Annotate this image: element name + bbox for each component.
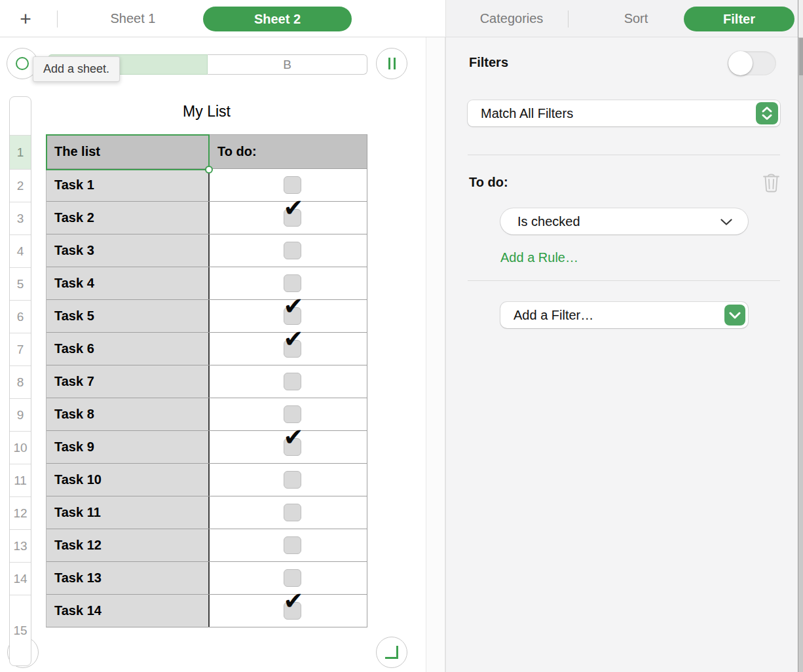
- task-cell[interactable]: Task 10: [47, 464, 208, 496]
- task-cell[interactable]: Task 8: [47, 398, 208, 430]
- task-cell[interactable]: Task 11: [47, 496, 208, 529]
- numbers-window: + Sheet 1 Sheet 2 Categories Sort Filter: [0, 0, 803, 672]
- row-number[interactable]: 10: [10, 431, 31, 464]
- task-cell[interactable]: Task 1: [47, 169, 208, 201]
- match-filters-value: Match All Filters: [481, 106, 573, 121]
- filters-heading: Filters: [469, 55, 508, 70]
- inspector-tab-bar: Categories Sort Filter: [445, 0, 798, 37]
- add-column-handle[interactable]: [376, 48, 407, 79]
- tab-sheet-2[interactable]: Sheet 2: [203, 7, 352, 31]
- task-cell[interactable]: Task 7: [47, 365, 208, 398]
- checkbox[interactable]: ✔: [284, 438, 301, 456]
- checkbox[interactable]: ✔: [284, 602, 301, 620]
- table-row: Task 3 ✔: [47, 234, 367, 267]
- tab-sheet-1[interactable]: Sheet 1: [79, 0, 187, 37]
- table-row: Task 11 ✔: [47, 496, 367, 529]
- task-cell[interactable]: Task 9: [47, 431, 208, 463]
- row-number[interactable]: 15: [10, 595, 31, 665]
- task-cell[interactable]: Task 13: [47, 562, 208, 594]
- todo-table: The list To do: Task 1 ✔ Task 2 ✔ Task 3…: [46, 134, 367, 627]
- checkbox[interactable]: ✔: [284, 242, 301, 259]
- filters-toggle[interactable]: [728, 51, 776, 75]
- row-number[interactable]: 14: [10, 562, 31, 595]
- toggle-knob: [728, 51, 753, 75]
- task-cell[interactable]: Task 14: [47, 595, 208, 627]
- checkbox[interactable]: ✔: [284, 471, 301, 489]
- checkbox[interactable]: ✔: [284, 536, 301, 554]
- table-row: Task 10 ✔: [47, 463, 367, 496]
- tab-sort[interactable]: Sort: [590, 0, 682, 37]
- task-cell[interactable]: Task 2: [47, 202, 208, 234]
- tooltip-text: Add a sheet.: [43, 62, 109, 76]
- add-filter-button[interactable]: Add a Filter…: [500, 302, 748, 328]
- checkbox[interactable]: ✔: [284, 504, 301, 521]
- checkbox[interactable]: ✔: [284, 209, 301, 227]
- task-cell[interactable]: Task 4: [47, 267, 208, 299]
- add-sheet-button[interactable]: +: [12, 5, 39, 33]
- canvas-scrollbar-gutter[interactable]: [426, 37, 445, 672]
- table-row: Task 6 ✔: [47, 332, 367, 365]
- tab-filter[interactable]: Filter: [684, 7, 794, 31]
- checkbox[interactable]: ✔: [284, 307, 301, 325]
- chevron-down-icon: [720, 219, 732, 225]
- scrollbar-thumb[interactable]: [799, 38, 803, 75]
- checkmark-icon: ✔: [284, 589, 304, 613]
- sheet-canvas: B Add a sheet. 1 2 3 4 5 6 7 8 9 10 11 1…: [0, 37, 426, 672]
- task-cell[interactable]: Task 6: [47, 333, 208, 365]
- sheet-2-label: Sheet 2: [254, 12, 301, 27]
- table-title[interactable]: My List: [46, 103, 367, 121]
- task-cell[interactable]: Task 3: [47, 234, 208, 267]
- checkbox[interactable]: ✔: [284, 405, 301, 423]
- row-number[interactable]: 8: [10, 365, 31, 398]
- table-resize-handle[interactable]: [376, 637, 407, 668]
- checkbox[interactable]: ✔: [284, 274, 301, 292]
- add-rule-link[interactable]: Add a Rule…: [500, 250, 578, 265]
- delete-filter-button[interactable]: [762, 172, 780, 195]
- row-number[interactable]: 6: [10, 300, 31, 333]
- row-number[interactable]: 7: [10, 333, 31, 365]
- row-number[interactable]: 1: [10, 135, 31, 169]
- filter-inspector-panel: Filters Match All Filters To do:: [445, 37, 798, 672]
- tab-bar-divider: [57, 10, 58, 28]
- checkbox[interactable]: ✔: [284, 569, 301, 587]
- header-cell-the-list[interactable]: The list: [47, 135, 208, 168]
- checkbox-cell: ✔: [208, 464, 367, 496]
- checkbox[interactable]: ✔: [284, 373, 301, 390]
- table-header-row: The list To do:: [47, 134, 367, 168]
- checkbox[interactable]: ✔: [284, 340, 301, 358]
- selection-fill-handle[interactable]: [205, 166, 213, 174]
- row-number[interactable]: 13: [10, 529, 31, 562]
- sort-label: Sort: [624, 11, 648, 26]
- row-number[interactable]: 3: [10, 202, 31, 234]
- header-cell-to-do[interactable]: To do:: [208, 135, 367, 168]
- table-row: Task 13 ✔: [47, 561, 367, 594]
- table-row: Task 4 ✔: [47, 267, 367, 299]
- table-row: Task 9 ✔: [47, 430, 367, 463]
- checkmark-icon: ✔: [284, 327, 304, 351]
- section-divider: [468, 155, 780, 155]
- checkbox[interactable]: ✔: [284, 176, 301, 194]
- checkbox-cell: ✔: [208, 431, 367, 463]
- column-b-label: B: [283, 58, 291, 72]
- tab-categories[interactable]: Categories: [453, 0, 570, 37]
- checkbox-cell: ✔: [208, 529, 367, 561]
- rule-dropdown[interactable]: Is checked: [500, 208, 748, 234]
- row-number[interactable]: 9: [10, 398, 31, 431]
- rule-value: Is checked: [517, 214, 580, 229]
- match-filters-dropdown[interactable]: Match All Filters: [468, 100, 780, 126]
- categories-label: Categories: [480, 11, 544, 26]
- row-number[interactable]: 5: [10, 267, 31, 300]
- column-header-b[interactable]: B: [208, 54, 367, 75]
- row-number[interactable]: 12: [10, 496, 31, 529]
- table-row: Task 14 ✔: [47, 594, 367, 627]
- task-cell[interactable]: Task 12: [47, 529, 208, 561]
- task-cell[interactable]: Task 5: [47, 300, 208, 332]
- circle-icon: [16, 57, 29, 70]
- edge-strip-top: [798, 0, 803, 37]
- checkmark-icon: ✔: [284, 294, 304, 318]
- add-sheet-tooltip: Add a sheet.: [33, 56, 120, 82]
- checkbox-cell: ✔: [208, 595, 367, 627]
- row-number[interactable]: 2: [10, 169, 31, 202]
- row-number[interactable]: 11: [10, 464, 31, 496]
- row-number[interactable]: 4: [10, 234, 31, 267]
